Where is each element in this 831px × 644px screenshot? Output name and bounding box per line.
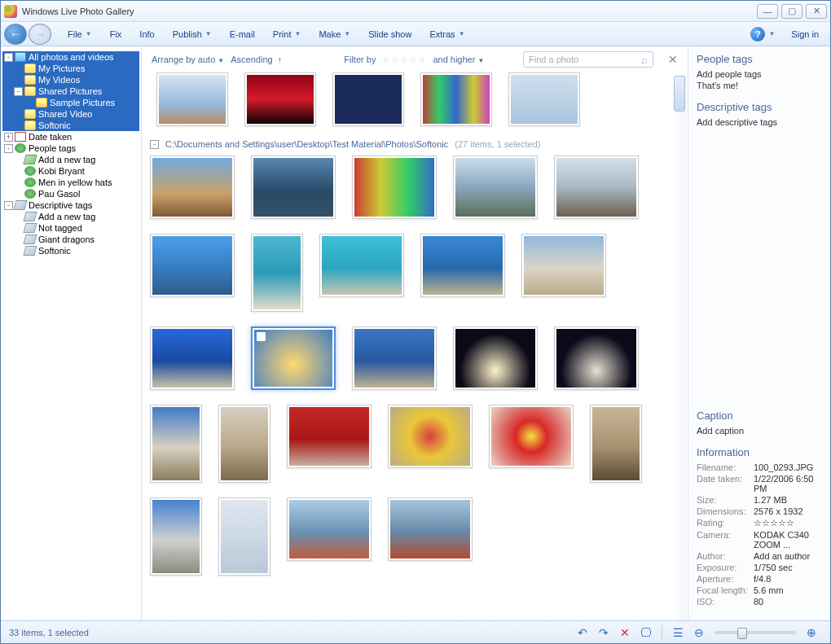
dtag-icon xyxy=(23,234,37,244)
tree-item[interactable]: Shared Video xyxy=(2,108,139,120)
help-icon[interactable]: ? xyxy=(750,27,765,42)
thumbnail[interactable] xyxy=(150,326,235,390)
thumbnail[interactable] xyxy=(590,405,642,483)
thumbnail[interactable] xyxy=(453,326,538,390)
rotate-right-icon[interactable]: ↷ xyxy=(595,624,613,642)
thumbnail[interactable] xyxy=(150,156,235,219)
nav-tree: -All photos and videosMy PicturesMy Vide… xyxy=(1,46,142,620)
tree-item[interactable]: Pau Gasol xyxy=(2,188,139,199)
thumbnail[interactable] xyxy=(251,326,336,390)
folder-icon xyxy=(24,120,36,130)
tree-item[interactable]: -Shared Pictures xyxy=(2,85,139,97)
menu-slide-show[interactable]: Slide show xyxy=(360,26,420,42)
thumbnail[interactable] xyxy=(287,405,372,468)
thumbnail[interactable] xyxy=(150,234,235,297)
thumbnail[interactable] xyxy=(554,326,639,390)
folder-icon xyxy=(24,109,36,119)
thumbnail[interactable] xyxy=(420,72,492,126)
thumbnail[interactable] xyxy=(251,156,336,219)
gallery: - C:\Documents and Settings\user\Desktop… xyxy=(142,72,688,620)
thumbnail[interactable] xyxy=(218,405,270,483)
expand-icon[interactable]: - xyxy=(4,53,13,62)
thumbnail[interactable] xyxy=(554,156,639,219)
tree-item[interactable]: My Videos xyxy=(2,74,139,85)
zoom-in-icon[interactable]: ⊕ xyxy=(802,624,820,642)
thumbnail[interactable] xyxy=(420,234,505,297)
thumbnail[interactable] xyxy=(218,497,270,576)
and-higher[interactable]: and higher ▼ xyxy=(433,55,484,64)
search-input[interactable]: Find a photo xyxy=(523,51,653,68)
tree-item[interactable]: -People tags xyxy=(2,142,139,154)
expand-icon[interactable]: - xyxy=(14,87,23,96)
thumbnail[interactable] xyxy=(156,72,228,126)
minimize-button[interactable]: — xyxy=(757,4,778,19)
tree-item[interactable]: Giant dragons xyxy=(2,234,139,245)
thumbnail[interactable] xyxy=(352,326,437,390)
group-header[interactable]: - C:\Documents and Settings\user\Desktop… xyxy=(150,139,679,149)
thumbnail[interactable] xyxy=(150,405,202,483)
thumbnail[interactable] xyxy=(453,156,538,219)
thumbnail[interactable] xyxy=(150,497,202,576)
close-panel-icon[interactable]: ✕ xyxy=(668,53,678,66)
scrollbar-track[interactable] xyxy=(673,76,686,620)
tree-item[interactable]: Add a new tag xyxy=(2,154,139,165)
sign-in-link[interactable]: Sign in xyxy=(783,26,827,42)
menu-publish[interactable]: Publish▼ xyxy=(165,26,220,42)
tree-item[interactable]: Add a new tag xyxy=(2,211,139,222)
sort-ascending[interactable]: Ascending ↑ xyxy=(231,55,282,64)
menu-extras[interactable]: Extras▼ xyxy=(421,26,473,42)
tree-item[interactable]: Kobi Bryant xyxy=(2,165,139,177)
tree-item[interactable]: +Date taken xyxy=(2,131,139,142)
tree-item[interactable]: My Pictures xyxy=(2,63,139,74)
thumbnail[interactable] xyxy=(388,405,473,468)
thumbnail[interactable] xyxy=(251,234,303,312)
thumbnail[interactable] xyxy=(508,72,580,126)
add-descriptive-tags[interactable]: Add descriptive tags xyxy=(697,116,822,128)
expand-icon[interactable]: - xyxy=(4,144,13,153)
info-key: Rating: xyxy=(697,517,754,528)
details-view-icon[interactable]: ☰ xyxy=(669,624,687,642)
maximize-button[interactable]: ▢ xyxy=(781,4,802,19)
thumbnail[interactable] xyxy=(489,405,574,468)
display-icon[interactable]: 🖵 xyxy=(637,624,655,642)
thumbnail[interactable] xyxy=(352,156,437,219)
tree-item[interactable]: Sample Pictures xyxy=(2,97,139,108)
collapse-icon[interactable]: - xyxy=(150,140,159,149)
expand-icon[interactable]: - xyxy=(4,201,13,210)
tree-item[interactable]: Not tagged xyxy=(2,222,139,234)
menu-file[interactable]: File▼ xyxy=(59,26,100,42)
add-caption[interactable]: Add caption xyxy=(697,425,822,436)
thumbnail[interactable] xyxy=(244,72,316,126)
tree-item[interactable]: Men in yellow hats xyxy=(2,177,139,188)
filter-stars[interactable]: ☆☆☆☆☆ xyxy=(382,55,426,65)
scrollbar-thumb[interactable] xyxy=(674,76,685,112)
tree-item[interactable]: Softonic xyxy=(2,245,139,256)
tree-item[interactable]: Softonic xyxy=(2,120,139,131)
thumbnail[interactable] xyxy=(319,234,404,297)
expand-icon[interactable]: + xyxy=(4,133,13,142)
thumbnail[interactable] xyxy=(521,234,606,297)
thumbnail[interactable] xyxy=(287,497,372,561)
zoom-out-icon[interactable]: ⊖ xyxy=(690,624,708,642)
thumbnail[interactable] xyxy=(388,497,473,561)
close-button[interactable]: ✕ xyxy=(806,4,827,19)
menu-print[interactable]: Print▼ xyxy=(265,26,310,42)
menu-e-mail[interactable]: E-mail xyxy=(222,26,263,42)
tree-item[interactable]: -Descriptive tags xyxy=(2,199,139,211)
thats-me[interactable]: That's me! xyxy=(697,80,822,91)
menu-make[interactable]: Make▼ xyxy=(310,26,358,42)
tree-label: Sample Pictures xyxy=(50,98,115,107)
add-people-tags[interactable]: Add people tags xyxy=(697,68,822,80)
rotate-left-icon[interactable]: ↶ xyxy=(574,624,591,642)
menu-info[interactable]: Info xyxy=(131,26,162,42)
delete-icon[interactable]: ✕ xyxy=(616,624,634,642)
menu-fix[interactable]: Fix xyxy=(102,26,130,42)
cal-icon xyxy=(15,132,26,142)
back-button[interactable]: ← xyxy=(4,24,27,45)
forward-button[interactable]: → xyxy=(29,24,51,45)
tree-item[interactable]: -All photos and videos xyxy=(2,51,139,63)
zoom-slider[interactable] xyxy=(714,631,796,634)
info-key: Size: xyxy=(697,494,754,506)
thumbnail[interactable] xyxy=(332,72,404,126)
arrange-by[interactable]: Arrange by auto ▼ xyxy=(152,55,224,64)
